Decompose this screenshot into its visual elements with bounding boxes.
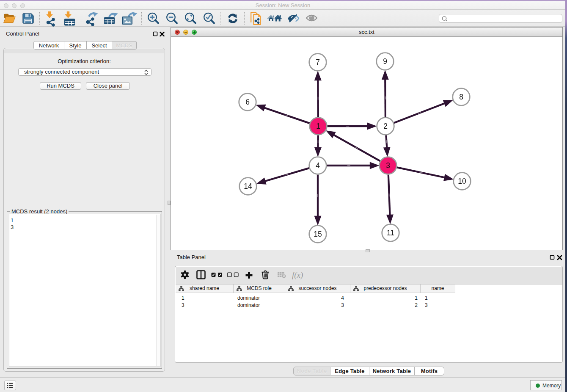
svg-text:7: 7 (316, 58, 320, 66)
svg-text:9: 9 (383, 57, 387, 66)
svg-text:2: 2 (383, 122, 388, 130)
svg-text:3: 3 (386, 161, 390, 170)
svg-text:6: 6 (245, 98, 250, 106)
svg-text:4: 4 (316, 161, 320, 170)
svg-text:14: 14 (244, 182, 252, 190)
svg-text:8: 8 (459, 93, 463, 101)
svg-text:15: 15 (314, 230, 322, 238)
svg-text:1: 1 (316, 122, 320, 130)
svg-text:f(x): f(x) (292, 271, 303, 280)
svg-text:10: 10 (458, 177, 466, 185)
svg-text:11: 11 (387, 229, 394, 237)
